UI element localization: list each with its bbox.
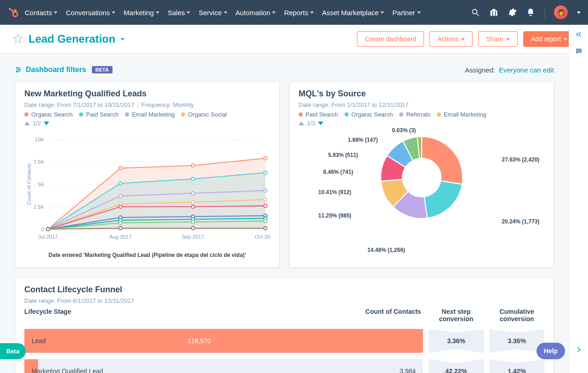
svg-text:10K: 10K	[35, 137, 45, 142]
svg-point-65	[264, 219, 267, 223]
create-dashboard-button[interactable]: Create dashboard	[357, 31, 424, 47]
triangle-down-icon	[44, 122, 49, 125]
nav-item-marketing[interactable]: Marketing	[124, 9, 159, 17]
svg-point-10	[577, 50, 578, 51]
svg-text:Sep 2017: Sep 2017	[182, 234, 204, 239]
svg-point-51	[119, 205, 122, 208]
bell-icon[interactable]	[526, 8, 535, 17]
nav-item-service[interactable]: Service	[198, 9, 227, 17]
svg-point-39	[119, 182, 122, 185]
chevron-down-icon	[461, 38, 465, 40]
chevron-down-icon	[156, 11, 159, 14]
card-title: New Marketing Qualified Leads	[24, 89, 270, 99]
chevron-down-icon	[417, 11, 421, 14]
nav-item-partner[interactable]: Partner	[392, 9, 420, 17]
funnel-row: Lead 118,570 3.36% 3.36%	[24, 329, 544, 353]
next-conversion: 42.22%	[429, 359, 484, 373]
svg-point-53	[264, 204, 267, 207]
dashboard-filters-button[interactable]: Dashboard filters	[15, 66, 86, 74]
triangle-up-icon	[24, 122, 30, 125]
side-rail	[569, 25, 588, 373]
legend-pager[interactable]: 1/3	[299, 120, 544, 127]
star-icon[interactable]	[13, 33, 23, 45]
svg-text:Oct 2017: Oct 2017	[255, 234, 270, 239]
funnel-bar: Lead 118,570	[24, 329, 423, 353]
funnel-count: 3,984	[400, 367, 423, 373]
nav-item-asset-marketplace[interactable]: Asset Marketplace	[322, 9, 384, 17]
svg-point-48	[191, 200, 194, 204]
legend-dot-icon	[399, 112, 403, 117]
svg-marker-9	[14, 34, 22, 42]
card-new-mqls: New Marketing Qualified Leads Date range…	[15, 81, 280, 268]
svg-point-69	[264, 227, 267, 230]
help-pill[interactable]: Help	[537, 343, 565, 359]
legend-dot-icon	[125, 112, 129, 117]
svg-text:Jul 2017: Jul 2017	[38, 234, 58, 239]
chevron-down-icon[interactable]	[121, 38, 124, 40]
card-subtitle: Date range: From 7/1/2017 to 10/31/2017|…	[24, 101, 270, 108]
filter-row: Dashboard filters BETA Assigned: Everyon…	[15, 66, 554, 74]
assigned-link[interactable]: Everyone can edit	[499, 66, 554, 74]
card-title: Contact Lifecycle Funnel	[24, 285, 544, 295]
chevron-down-icon	[272, 11, 276, 14]
triangle-up-icon	[299, 122, 304, 125]
avatar[interactable]: 👩	[554, 6, 568, 19]
funnel-stage: Lead	[24, 337, 423, 345]
chart-legend: Paid Search Organic Search Referrals Ema…	[299, 111, 544, 118]
svg-point-12	[580, 50, 581, 51]
svg-point-3	[9, 8, 11, 10]
chevron-right-icon[interactable]	[574, 345, 583, 356]
card-subtitle: Date range: From 1/1/2017 to 12/31/2017	[299, 101, 544, 108]
card-title: MQL's by Source	[299, 89, 544, 99]
slice-label: 11.25% (985)	[318, 212, 351, 219]
svg-line-5	[477, 14, 479, 16]
nav-item-automation[interactable]: Automation	[236, 9, 276, 17]
svg-rect-6	[491, 11, 492, 16]
chart-legend: Organic Search Paid Search Email Marketi…	[24, 111, 270, 118]
svg-point-11	[578, 50, 579, 51]
next-conversion: 3.36%	[429, 329, 484, 353]
svg-text:Count of Contacts: Count of Contacts	[26, 163, 32, 205]
add-report-button[interactable]: Add report	[523, 31, 575, 47]
svg-point-1	[13, 12, 17, 17]
dashboard-header: Lead Generation Create dashboard Actions…	[0, 25, 588, 54]
beta-pill[interactable]: Beta	[0, 343, 26, 359]
nav-item-sales[interactable]: Sales	[168, 9, 191, 17]
hubspot-logo-icon[interactable]	[7, 6, 19, 18]
col-cum: Cumulative conversion	[489, 308, 544, 323]
funnel-count: 118,570	[184, 337, 218, 345]
legend-dot-icon	[345, 112, 349, 117]
page-title[interactable]: Lead Generation	[28, 33, 115, 45]
chevron-down-icon	[506, 38, 510, 40]
col-count: Count of Contacts	[363, 308, 423, 323]
chevron-down-icon	[310, 11, 314, 14]
collapse-icon[interactable]	[575, 30, 583, 40]
marketplace-icon[interactable]	[489, 8, 498, 17]
nav-item-conversations[interactable]: Conversations	[66, 9, 115, 17]
legend-pager[interactable]: 1/2	[24, 120, 270, 127]
comment-icon[interactable]	[575, 47, 583, 57]
search-icon[interactable]	[471, 8, 480, 17]
svg-text:5K: 5K	[38, 182, 44, 187]
col-stage: Lifecycle Stage	[24, 308, 358, 323]
svg-point-49	[264, 198, 267, 201]
top-nav: Contacts Conversations Marketing Sales S…	[0, 0, 588, 25]
legend-dot-icon	[437, 112, 441, 117]
nav-item-reports[interactable]: Reports	[284, 9, 314, 17]
line-chart: 02.5K5K7.5K10KJul 2017Aug 2017Sep 2017Oc…	[24, 129, 270, 249]
chevron-down-icon	[187, 11, 190, 14]
x-axis-caption: Date entered 'Marketing Qualified Lead (…	[24, 252, 270, 258]
funnel-header: Lifecycle Stage Count of Contacts Next s…	[24, 308, 544, 323]
svg-point-18	[16, 71, 17, 72]
svg-point-37	[264, 156, 267, 160]
nav-item-contacts[interactable]: Contacts	[25, 9, 57, 17]
card-contact-lifecycle-funnel: Contact Lifecycle Funnel Date range: Fro…	[15, 277, 554, 373]
share-button[interactable]: Share	[478, 31, 517, 47]
slice-label: 5.83% (511)	[328, 152, 358, 158]
chevron-down-icon	[224, 11, 227, 14]
svg-point-41	[264, 171, 267, 174]
svg-point-68	[191, 227, 194, 230]
actions-button[interactable]: Actions	[430, 31, 473, 47]
gear-icon[interactable]	[508, 8, 517, 17]
chevron-down-icon[interactable]	[577, 11, 581, 14]
